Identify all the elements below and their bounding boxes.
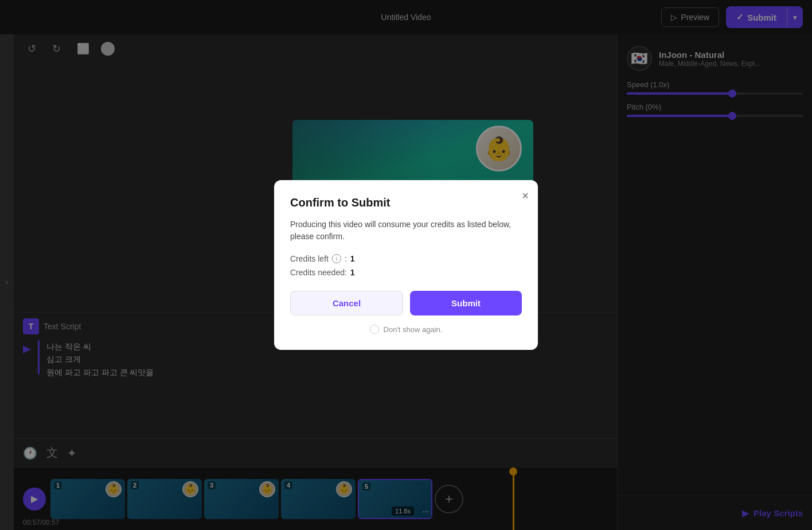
credits-separator: : bbox=[345, 254, 347, 263]
dont-show-label: Don't show again. bbox=[384, 325, 443, 334]
credits-needed-label: Credits needed: bbox=[290, 268, 347, 277]
modal-submit-button[interactable]: Submit bbox=[410, 291, 522, 315]
dont-show-row: Don't show again. bbox=[290, 325, 522, 334]
credits-needed-value: 1 bbox=[350, 268, 355, 277]
credits-info-icon[interactable]: i bbox=[332, 254, 341, 263]
confirm-submit-modal: × Confirm to Submit Producing this video… bbox=[274, 180, 538, 350]
modal-overlay[interactable]: × Confirm to Submit Producing this video… bbox=[0, 0, 812, 530]
credits-left-value: 1 bbox=[350, 254, 355, 263]
modal-title: Confirm to Submit bbox=[290, 196, 522, 209]
dont-show-radio[interactable] bbox=[370, 325, 379, 334]
modal-description: Producing this video will consume your c… bbox=[290, 219, 522, 243]
credits-left-label: Credits left bbox=[290, 254, 329, 263]
credits-left-row: Credits left i : 1 bbox=[290, 254, 522, 263]
modal-cancel-button[interactable]: Cancel bbox=[290, 291, 403, 315]
credits-needed-row: Credits needed: 1 bbox=[290, 268, 522, 277]
modal-actions: Cancel Submit bbox=[290, 291, 522, 315]
modal-close-button[interactable]: × bbox=[522, 189, 529, 202]
